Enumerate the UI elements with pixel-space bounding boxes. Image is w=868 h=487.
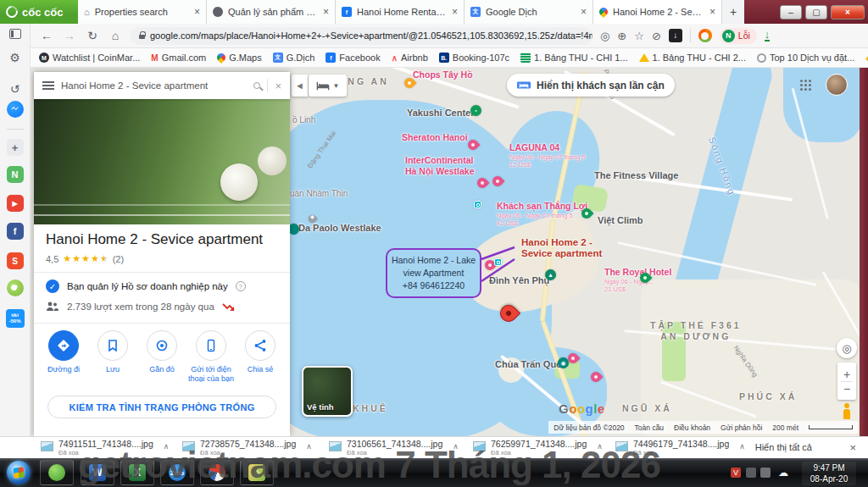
download-item[interactable]: 76259971_741348....jpgĐã xóa∧ [473,439,603,457]
zoom-add-icon[interactable]: ⊕ [617,30,626,42]
map-label-pink[interactable]: InterContinentalHà Nội Westlake [405,155,475,176]
chevron-up-icon[interactable]: ∧ [734,442,745,451]
minimize-button[interactable]: – [780,5,802,19]
show-nearby-hotels-button[interactable]: Hiển thị khách sạn lần cận [507,74,675,97]
map-greendot-icon[interactable]: ● [470,105,481,116]
coccoc-menu-icon[interactable] [698,29,712,42]
tab-4[interactable]: 文Google Dịch× [465,0,593,24]
tab-close-icon[interactable]: × [581,6,587,18]
menu-hamburger-icon[interactable] [42,81,54,90]
taskbar-excel-button[interactable]: X [120,460,154,485]
search-input[interactable]: Hanoi Home 2 - Sevice apartment [61,80,247,91]
collapse-panel-button[interactable]: ◄ [292,75,308,97]
tab-close-icon[interactable]: × [194,6,200,18]
place-photo[interactable] [34,99,290,224]
map-label-pinkhotel[interactable]: Khách sạn Thắng LợiNgày 06 - Ngày 07 thá… [497,201,587,227]
directions-button[interactable]: Đường đi [39,330,88,385]
tray-icon[interactable] [746,468,756,478]
help-icon[interactable]: ? [236,281,246,291]
download-manager-icon[interactable]: ↓ [669,29,682,42]
sidebar-history-clock-icon[interactable]: ↺ [6,80,25,98]
tray-alert-icon[interactable]: V [731,468,741,478]
tab-1[interactable]: ⌂Properties search× [78,0,207,24]
tab-3[interactable]: fHanoi Home Rental & S× [336,0,465,24]
my-location-button[interactable]: ◎ [837,338,857,358]
attribution-link[interactable]: Toàn cầu [635,423,665,432]
taskbar-clock[interactable]: 9:47 PM 08-Apr-20 [802,462,856,485]
taskbar-browser-button[interactable] [200,460,234,485]
nearby-button[interactable]: Gần đó [137,330,186,385]
check-availability-button[interactable]: KIỂM TRA TÌNH TRẠNG PHÒNG TRỐNG [47,396,276,418]
map-camera-icon[interactable]: ◉ [558,357,569,368]
download-item[interactable]: 73106561_741348....jpgĐã xóa∧ [329,439,459,457]
map-label-pinkhotel[interactable]: The Royal HotelNgày 06 - Ngày...21 US$ [604,267,671,293]
taskbar-app-button[interactable]: ⌂ [240,460,274,485]
zoom-out-button[interactable]: − [843,382,850,396]
bookmark-translate[interactable]: 文G.Dịch [273,53,315,63]
sidebar-shopee-icon[interactable]: S [6,252,25,270]
bookmark-maps[interactable]: G.Maps [217,53,262,63]
sidebar-facebook-icon[interactable]: f [6,222,25,241]
safe-location-icon[interactable]: ◎ [600,30,609,42]
address-bar[interactable]: google.com/maps/place/Hanoi+Home+2+-+Sev… [131,27,593,45]
close-button[interactable]: × [831,5,865,19]
search-icon[interactable] [253,82,260,89]
map-label-poi[interactable]: The Fitness Village [594,170,678,181]
rating-row[interactable]: 4,5 ★★★★★ (2) [46,253,124,264]
map-label-poi[interactable]: Da Paolo Westlake [298,223,381,234]
profile-chip[interactable]: N Lỗi [720,28,757,44]
taskbar-word-button[interactable]: W [81,460,114,485]
downloads-arrow-icon[interactable]: ↓ [765,30,771,42]
map-label-poi[interactable]: Chùa Trấn Quốc [495,359,567,370]
map-label-pinkhotel[interactable]: LAGUNA 04Ngày 06 - Ngày 07 tháng 512 US$ [509,142,586,169]
chevron-up-icon[interactable]: ∧ [159,442,170,451]
maps-search-box[interactable]: Hanoi Home 2 - Sevice apartment × [34,72,290,99]
back-button[interactable]: ← [39,29,54,42]
sidebar-settings-gear-icon[interactable]: ⚙ [6,48,25,67]
pegman-streetview-icon[interactable] [841,403,853,420]
map-teal-pin-icon[interactable] [474,201,481,208]
tab-close-icon[interactable]: × [709,6,715,18]
attribution-link[interactable]: 200 mét [772,423,798,432]
chevron-up-icon[interactable]: ∧ [592,442,603,451]
sidebar-messenger-icon[interactable] [6,100,25,119]
taskbar-coccoc-button[interactable] [40,460,74,485]
bookmark-facebook[interactable]: fFacebook [326,53,380,63]
tray-icon[interactable] [760,468,771,478]
attribution-link[interactable]: Gửi phản hồi [721,423,762,432]
bookmark-airbnb[interactable]: ∧Airbnb [392,53,428,63]
bookmark-sheets[interactable]: 1. Bảng THU - CHI 1... [520,53,627,63]
home-button[interactable]: ⌂ [108,29,123,42]
tab-5[interactable]: Hanoi Home 2 - Sevice× [593,0,722,24]
bookmark-drive[interactable]: 1. Bảng THU - CHI 2... [639,53,746,63]
map-temple-icon[interactable]: ▲ [545,269,556,280]
sidebar-youtube-icon[interactable]: ▶ [6,194,25,213]
map-label-pink[interactable]: Chops Tây Hồ [413,69,473,80]
tab-2[interactable]: Quản lý sản phẩm - Tran× [207,0,336,24]
tab-close-icon[interactable]: × [452,6,458,18]
sidebar-note-app-icon[interactable]: N [6,165,25,184]
tray-cloud-icon[interactable]: ☁ [778,468,788,478]
bookmark-compass[interactable]: Top 10 Dịch vụ đặt... [757,53,854,63]
send-to-phone-button[interactable]: Gửi tới điện thoại của bạn [186,330,236,385]
url-text[interactable]: google.com/maps/place/Hanoi+Home+2+-+Sev… [150,30,593,41]
save-button[interactable]: Lưu [88,330,137,385]
bookmark-coinmarket[interactable]: MWatchlist | CoinMar... [39,53,140,63]
download-item[interactable]: 72738575_741348....jpgĐã xóa∧ [182,439,312,457]
bookmark-booking[interactable]: B.Booking-107c [439,53,509,63]
sidebar-coccoc-rewards-icon[interactable] [6,279,25,297]
sidebar-add-plus-icon[interactable]: + [6,138,25,157]
start-button[interactable] [7,461,31,484]
map-label-poi[interactable]: Yakushi Center [407,108,474,119]
chevron-up-icon[interactable]: ∧ [301,442,312,451]
satellite-layer-toggle[interactable]: Vệ tinh [302,366,353,417]
show-all-downloads-link[interactable]: Hiển thị tất cả [755,442,812,452]
share-button[interactable]: Chia sẻ [236,330,285,385]
bookmark-gmail[interactable]: MGmail.com [151,53,206,63]
reload-button[interactable]: ↻ [85,29,100,42]
review-count[interactable]: (2) [113,254,124,264]
forward-button[interactable]: → [62,29,77,42]
close-downloads-bar-icon[interactable]: × [849,441,856,454]
download-item[interactable]: 74911511_741348....jpgĐã xóa∧ [41,439,169,457]
chevron-up-icon[interactable]: ∧ [448,442,459,451]
